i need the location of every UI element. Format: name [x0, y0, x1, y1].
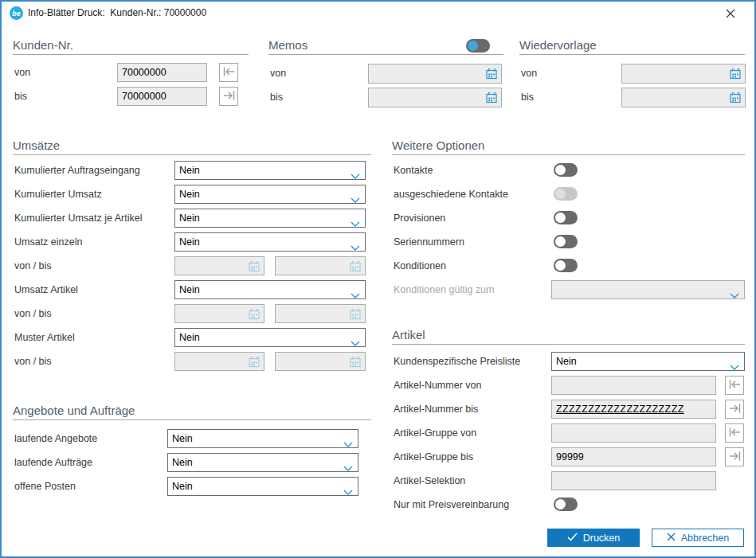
umsaetze-kumulierter-umsatz-select[interactable]: Nein — [174, 185, 366, 204]
toggle-knob — [555, 236, 566, 247]
calendar-icon[interactable] — [349, 308, 362, 324]
chevron-down-icon — [730, 287, 739, 305]
calendar-icon[interactable] — [485, 68, 498, 84]
konditionen-toggle[interactable] — [554, 259, 578, 272]
kunden-nr-von-input[interactable] — [117, 63, 207, 82]
kundenspezifische-preisliste-select[interactable]: Nein — [551, 352, 745, 371]
memos-bis-datefield[interactable] — [368, 88, 502, 107]
angebote-row-label: laufende Aufträge — [14, 453, 92, 472]
provisionen-toggle[interactable] — [554, 211, 578, 224]
wiedervorlage-von-datefield[interactable] — [621, 64, 746, 84]
chevron-down-icon — [343, 460, 353, 478]
chevron-down-icon — [351, 216, 360, 233]
kontakte-toggle[interactable] — [554, 163, 578, 177]
ausgeschiedene-kontakte-toggle — [554, 187, 578, 201]
umsaetze-row-label: Muster Artikel — [14, 328, 75, 347]
calendar-icon[interactable] — [729, 68, 742, 84]
artikel-nummer-von-input[interactable] — [551, 376, 716, 395]
calendar-icon[interactable] — [485, 92, 498, 107]
kunden-nr-von-first-button[interactable] — [219, 63, 238, 82]
calendar-icon[interactable] — [248, 260, 260, 276]
umsaetze-row-label: Umsatz einzeln — [14, 232, 82, 252]
muster-artikel-bis-datefield[interactable] — [275, 352, 366, 371]
memos-von-label: von — [270, 64, 286, 83]
artikel-gruppe-von-first-button[interactable] — [725, 423, 744, 443]
artikel-selektion-input[interactable] — [551, 471, 716, 490]
weitere-row-label: Konditionen gültig zum — [394, 280, 494, 299]
artikel-nummer-bis-input[interactable] — [551, 400, 716, 419]
print-button-label: Drucken — [583, 533, 621, 544]
toggle-knob — [555, 213, 566, 223]
laufende-auftraege-select[interactable]: Nein — [167, 453, 358, 472]
artikel-nummer-bis-last-button[interactable] — [725, 400, 744, 419]
calendar-icon[interactable] — [248, 356, 260, 372]
select-value: Nein — [179, 236, 200, 248]
muster-artikel-von-datefield[interactable] — [174, 352, 264, 371]
arrow-first-icon — [728, 379, 742, 392]
arrow-last-icon — [728, 403, 742, 416]
kunden-nr-bis-last-button[interactable] — [219, 87, 238, 106]
artikel-gruppe-von-input[interactable] — [551, 423, 716, 443]
arrow-last-icon — [222, 90, 236, 103]
laufende-angebote-select[interactable]: Nein — [167, 429, 358, 448]
x-icon — [667, 533, 676, 544]
toggle-knob — [555, 189, 566, 199]
umsatz-artikel-bis-datefield[interactable] — [275, 304, 366, 323]
chevron-down-icon — [343, 436, 353, 454]
memos-bis-label: bis — [270, 88, 283, 107]
umsatz-artikel-von-datefield[interactable] — [174, 304, 264, 323]
close-button[interactable] — [724, 8, 737, 21]
offene-posten-select[interactable]: Nein — [167, 477, 358, 496]
seriennummern-toggle[interactable] — [554, 235, 578, 248]
calendar-icon[interactable] — [349, 356, 362, 372]
artikel-row-label: Kundenspezifische Preisliste — [394, 352, 520, 371]
nur-mit-preisvereinbarung-toggle[interactable] — [554, 498, 578, 511]
wiedervorlage-von-label: von — [521, 64, 537, 83]
select-value: Nein — [556, 356, 577, 367]
chevron-down-icon — [351, 240, 360, 257]
wiedervorlage-bis-datefield[interactable] — [621, 88, 746, 107]
memos-toggle[interactable] — [466, 39, 490, 53]
umsatz-artikel-select[interactable]: Nein — [174, 280, 366, 299]
umsatz-einzeln-von-datefield[interactable] — [174, 256, 264, 275]
section-header-kunden-nr: Kunden-Nr. — [13, 38, 249, 55]
chevron-down-icon — [343, 484, 353, 501]
toggle-knob — [468, 41, 478, 51]
angebote-row-label: laufende Angebote — [14, 429, 97, 448]
select-value: Nein — [172, 457, 193, 468]
chevron-down-icon — [351, 192, 360, 209]
cancel-button-label: Abbrechen — [681, 533, 729, 544]
umsaetze-auftragseingang-select[interactable]: Nein — [174, 161, 366, 180]
section-title: Artikel — [392, 328, 425, 341]
print-button[interactable]: Drucken — [547, 529, 640, 547]
umsatz-einzeln-select[interactable]: Nein — [174, 232, 366, 252]
umsaetze-umsatz-je-artikel-select[interactable]: Nein — [174, 209, 366, 228]
muster-artikel-select[interactable]: Nein — [174, 328, 366, 347]
arrow-last-icon — [728, 451, 742, 464]
umsatz-einzeln-bis-datefield[interactable] — [275, 256, 366, 275]
calendar-icon[interactable] — [349, 260, 362, 276]
check-icon — [567, 533, 578, 544]
artikel-nummer-von-first-button[interactable] — [725, 376, 744, 395]
artikel-gruppe-bis-input[interactable] — [551, 447, 716, 466]
kunden-nr-bis-input[interactable] — [117, 87, 207, 106]
calendar-icon[interactable] — [248, 308, 260, 324]
select-value: Nein — [179, 165, 200, 176]
calendar-icon[interactable] — [729, 92, 742, 107]
weitere-row-label: Seriennummern — [394, 232, 464, 252]
artikel-gruppe-bis-last-button[interactable] — [725, 447, 744, 466]
app-logo-icon: be — [10, 6, 23, 20]
toggle-knob — [555, 260, 566, 271]
section-header-angebote: Angebote und Aufträge — [13, 404, 371, 420]
memos-von-datefield[interactable] — [368, 64, 502, 84]
umsaetze-row-label: Kumulierter Auftragseingang — [14, 161, 140, 180]
chevron-down-icon — [351, 335, 360, 353]
chevron-down-icon — [730, 359, 739, 377]
umsaetze-row-label: von / bis — [14, 304, 52, 323]
artikel-row-label: Artikel-Nummer bis — [394, 400, 478, 419]
title-bar: be Info-Blätter Druck: Kunden-Nr.: 70000… — [2, 2, 754, 24]
select-value: Nein — [179, 213, 200, 224]
section-header-weitere-optionen: Weitere Optionen — [392, 139, 745, 155]
cancel-button[interactable]: Abbrechen — [652, 529, 744, 547]
konditionen-gueltig-zum-select — [551, 280, 745, 299]
